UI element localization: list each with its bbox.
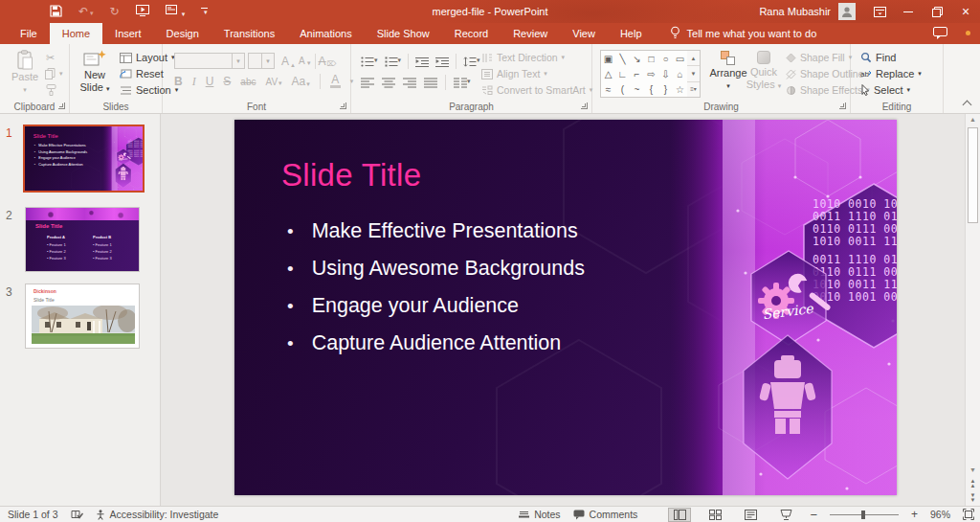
next-slide-button[interactable]: ▼▼ (966, 493, 980, 503)
shape-scribble[interactable]: ≈ (601, 81, 615, 97)
zoom-level[interactable]: 96% (930, 509, 950, 520)
slide-title[interactable]: Slide Title (281, 157, 421, 193)
slide-sorter-view-button[interactable] (703, 508, 726, 522)
zoom-slider-knob[interactable] (861, 511, 865, 519)
tab-insert[interactable]: Insert (102, 23, 154, 44)
tell-me-box[interactable]: Tell me what you want to do (670, 23, 817, 44)
shape-left-brace[interactable]: { (644, 81, 658, 97)
restore-button[interactable] (923, 0, 951, 23)
justify-button[interactable] (424, 78, 437, 88)
start-from-beginning-icon[interactable] (136, 5, 149, 18)
close-button[interactable]: × (951, 0, 980, 23)
shape-line-arrow[interactable]: ↘ (630, 51, 644, 66)
tab-design[interactable]: Design (154, 23, 212, 44)
save-icon[interactable] (50, 5, 62, 19)
comments-button[interactable]: Comments (573, 509, 638, 520)
shape-pentagon[interactable]: ⌂ (673, 66, 687, 81)
current-slide[interactable]: 1010 0010 1001 0011 1110 0110 0110 0111 … (234, 120, 897, 495)
shape-triangle[interactable]: △ (601, 66, 615, 81)
tab-record[interactable]: Record (442, 23, 501, 44)
scroll-down-icon[interactable]: ▼ (966, 466, 980, 473)
paragraph-dialog-launcher[interactable] (581, 102, 588, 109)
increase-font-size-button[interactable]: A▲ (281, 55, 296, 68)
slide-indicator[interactable]: Slide 1 of 3 (8, 509, 58, 520)
tab-help[interactable]: Help (608, 23, 655, 44)
slide-1-thumbnail[interactable]: 1010 0010 1001 0011 1110 0110 0110 0111 … (23, 125, 145, 193)
spell-check-icon[interactable] (71, 510, 83, 520)
notes-button[interactable]: Notes (519, 509, 560, 520)
copy-icon[interactable]: ▾ (45, 68, 63, 79)
increase-indent-button[interactable] (435, 57, 449, 67)
shape-right-arrow[interactable]: ⇨ (644, 66, 658, 81)
align-right-button[interactable] (403, 78, 416, 88)
shape-arc[interactable]: ( (615, 81, 630, 97)
text-shadow-button[interactable]: abc (240, 77, 256, 87)
quick-styles-button[interactable]: Quick Styles ▾ (746, 51, 782, 92)
shape-rounded-rectangle[interactable]: ▭ (673, 51, 687, 66)
clipboard-dialog-launcher[interactable] (58, 102, 65, 109)
user-name[interactable]: Rana Mubashir (759, 6, 831, 17)
shapes-scroll-down-icon[interactable]: ▼ (687, 65, 700, 80)
shape-rectangle[interactable]: □ (644, 51, 658, 66)
shape-down-arrow[interactable]: ⇩ (658, 66, 673, 81)
underline-button[interactable]: U (206, 75, 214, 88)
format-painter-icon[interactable] (46, 84, 56, 96)
align-text-button[interactable]: Align Text▾ (481, 68, 547, 79)
line-spacing-button[interactable]: ▾ (463, 57, 480, 67)
align-center-button[interactable] (382, 78, 395, 88)
convert-to-smartart-button[interactable]: Convert to SmartArt▾ (481, 84, 592, 96)
slide-3-thumbnail[interactable]: Dickinson Slide Title (25, 284, 140, 349)
tab-transitions[interactable]: Transitions (212, 23, 287, 44)
find-button[interactable]: Find (860, 52, 896, 63)
decrease-indent-button[interactable] (415, 57, 429, 67)
replace-button[interactable]: ab Replace▾ (860, 68, 922, 79)
decrease-font-size-button[interactable]: A▼ (299, 56, 312, 66)
ribbon-display-options-icon[interactable] (865, 0, 894, 23)
bold-button[interactable]: B (174, 75, 183, 88)
cut-icon[interactable]: ✂ (46, 52, 55, 64)
user-avatar[interactable] (838, 3, 856, 20)
shape-oval[interactable]: ○ (658, 51, 673, 66)
tab-file[interactable]: File (8, 23, 50, 44)
scroll-up-icon[interactable]: ▲ (966, 116, 980, 123)
previous-slide-button[interactable]: ▲▲ (966, 479, 980, 488)
shape-curve[interactable]: ~ (630, 81, 644, 97)
tab-slide-show[interactable]: Slide Show (365, 23, 442, 44)
normal-view-button[interactable] (668, 508, 691, 522)
redo-icon[interactable]: ↻ (110, 6, 120, 17)
font-size-combo[interactable]: ▼ (248, 53, 275, 69)
columns-button[interactable]: ▾ (454, 78, 471, 88)
bullets-button[interactable]: ▾ (361, 57, 378, 67)
shape-right-brace[interactable]: } (658, 81, 673, 97)
paste-button[interactable]: Paste ▾ (8, 50, 42, 96)
reading-view-button[interactable] (739, 508, 762, 522)
tab-animations[interactable]: Animations (287, 23, 364, 44)
slide-show-settings-icon[interactable]: ▾ (166, 5, 186, 18)
italic-button[interactable]: I (192, 75, 196, 89)
shapes-more-icon[interactable]: ≡▾ (687, 81, 700, 97)
slide-show-view-button[interactable] (774, 508, 797, 522)
shape-fill-button[interactable]: Shape Fill▾ (786, 52, 852, 63)
change-case-button[interactable]: Aa▾ (292, 75, 310, 88)
clear-formatting-button[interactable]: A⌦ (319, 55, 337, 68)
shape-elbow-arrow-connector[interactable]: ⌐ (630, 66, 644, 81)
reset-button[interactable]: Reset (120, 68, 164, 79)
align-left-button[interactable] (361, 78, 374, 88)
font-name-combo[interactable]: ▼ (174, 53, 245, 69)
zoom-out-button[interactable]: − (810, 508, 817, 522)
shape-line[interactable]: ╲ (615, 51, 630, 66)
zoom-slider[interactable] (830, 510, 899, 520)
drawing-dialog-launcher[interactable] (839, 102, 846, 109)
strikethrough-button[interactable]: S (223, 75, 231, 88)
numbering-button[interactable]: ▾ (385, 57, 402, 67)
undo-icon[interactable]: ↶▾ (78, 6, 94, 17)
scrollbar-thumb[interactable] (968, 127, 978, 223)
minimize-button[interactable] (894, 0, 923, 23)
tab-home[interactable]: Home (50, 23, 102, 44)
zoom-in-button[interactable]: + (911, 508, 918, 521)
comments-bubble-icon[interactable] (933, 27, 947, 41)
font-dialog-launcher[interactable] (340, 102, 346, 109)
font-color-button[interactable]: A (330, 75, 341, 88)
slide-title[interactable]: Slide Title (33, 133, 58, 139)
shape-star[interactable]: ☆ (673, 81, 687, 97)
